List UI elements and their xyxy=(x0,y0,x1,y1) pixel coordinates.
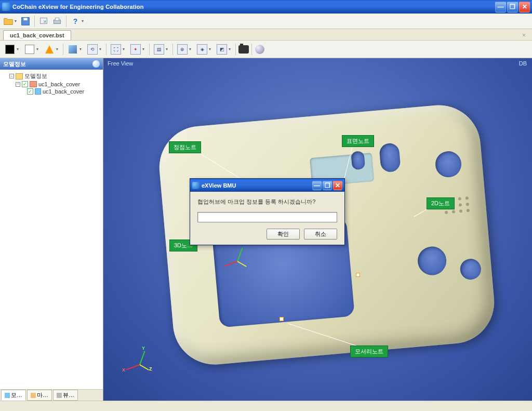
iso-dropdown[interactable]: ▾ xyxy=(207,47,212,51)
fit-dropdown[interactable]: ▾ xyxy=(121,47,126,51)
dialog-title: eXView BMU xyxy=(202,182,312,189)
checkbox-icon[interactable]: ✓ xyxy=(27,88,33,95)
svg-rect-1 xyxy=(23,18,27,20)
edge-marker-icon xyxy=(280,317,284,321)
checkbox-icon[interactable]: ✓ xyxy=(22,81,28,87)
view-cube-dropdown[interactable]: ▾ xyxy=(78,47,83,51)
bg-white-swatch[interactable] xyxy=(23,43,36,56)
sidebar-tab-view[interactable]: 뷰… xyxy=(53,390,78,401)
dialog-titlebar[interactable]: eXView BMU — ❐ ✕ xyxy=(190,179,344,192)
document-tab[interactable]: uc1_back_cover.bst xyxy=(3,30,71,40)
axes-button[interactable]: ✦ xyxy=(129,43,142,56)
annotation-vertex-note[interactable]: 정점노트 xyxy=(169,141,201,153)
tree-node-1-label: uc1_back_cover xyxy=(38,81,80,87)
help-dropdown[interactable]: ▾ xyxy=(80,19,85,23)
annotation-surface-note[interactable]: 표면노트 xyxy=(342,135,374,147)
dialog-cancel-button[interactable]: 취소 xyxy=(304,229,337,240)
tree-root[interactable]: − 모델정보 xyxy=(9,72,101,81)
model-axis-gizmo xyxy=(222,245,248,271)
dialog-message: 협업허브에 마크업 정보를 등록 하시겠습니까? xyxy=(197,198,337,206)
annotation-2d-note[interactable]: 2D노트 xyxy=(427,197,455,209)
folder-icon xyxy=(16,73,23,79)
sidebar-tab-markup[interactable]: 마… xyxy=(27,390,52,401)
model-tree[interactable]: − 모델정보 − ✓ uc1_back_cover ✓ uc1_back_cov… xyxy=(0,70,103,389)
axis-y-label: Y xyxy=(142,346,145,351)
render-style-button[interactable] xyxy=(43,43,56,56)
bg-dropdown[interactable]: ▾ xyxy=(15,47,20,51)
collapse-icon[interactable]: − xyxy=(9,74,14,78)
axis-x-label: X xyxy=(122,367,125,373)
world-axis-gizmo: X Y Z xyxy=(124,349,155,380)
measure-dropdown[interactable]: ▾ xyxy=(188,47,193,51)
annotation-edge-note[interactable]: 모서리노트 xyxy=(350,346,388,357)
dialog-text-input[interactable] xyxy=(197,212,337,222)
tree-node-1[interactable]: − ✓ uc1_back_cover xyxy=(16,81,101,88)
export-button[interactable] xyxy=(37,15,50,28)
dialog-maximize-button[interactable]: ❐ xyxy=(323,181,332,190)
plan-dropdown[interactable]: ▾ xyxy=(227,47,232,51)
axis-z-label: Z xyxy=(149,366,152,372)
viewport-db-label: DB xyxy=(519,60,527,67)
open-dropdown[interactable]: ▾ xyxy=(13,19,18,23)
sidebar: 모델정보 − 모델정보 − ✓ uc1_back_cover xyxy=(0,58,103,401)
titlebar: CoChain eXview for Engineering Collabora… xyxy=(0,0,532,14)
app-title: CoChain eXview for Engineering Collabora… xyxy=(12,4,495,10)
section-dropdown[interactable]: ▾ xyxy=(164,47,169,51)
measure-button[interactable]: ⊕ xyxy=(176,43,189,56)
part-icon xyxy=(35,88,41,95)
tree-root-label: 모델정보 xyxy=(24,72,47,80)
surface-marker-icon xyxy=(356,273,360,277)
fit-button[interactable]: ⛶ xyxy=(110,43,122,56)
sidebar-tab-model[interactable]: 모… xyxy=(1,390,26,401)
view-toolbar: ▾ ▾ ▾ ▾ ⟲ ▾ ⛶ ▾ ✦ ▾ ▤ ▾ ⊕ ▾ ◈ ▾ ◩ ▾ xyxy=(0,41,532,58)
minimize-button[interactable]: — xyxy=(495,2,506,12)
close-button[interactable]: ✕ xyxy=(519,2,530,12)
section-button[interactable]: ▤ xyxy=(153,43,165,56)
view-cube-button[interactable] xyxy=(66,43,79,56)
svg-rect-4 xyxy=(55,18,59,20)
sidebar-panel-title: 모델정보 xyxy=(3,60,26,68)
orbit-dropdown[interactable]: ▾ xyxy=(98,47,103,51)
sidebar-bottom-tabs: 모… 마… 뷰… xyxy=(0,389,103,401)
render-dropdown[interactable]: ▾ xyxy=(55,47,60,51)
snapshot-button[interactable] xyxy=(237,43,250,56)
sidebar-panel-header: 모델정보 xyxy=(0,58,103,70)
tab-close-button[interactable]: × xyxy=(519,31,529,40)
app-icon xyxy=(2,3,10,11)
pin-icon[interactable] xyxy=(92,60,100,68)
bg-black-swatch[interactable] xyxy=(4,43,16,56)
isometric-button[interactable]: ◈ xyxy=(196,43,208,56)
axes-dropdown[interactable]: ▾ xyxy=(141,47,146,51)
bg2-dropdown[interactable]: ▾ xyxy=(35,47,40,51)
globe-button[interactable] xyxy=(254,43,266,56)
resize-grip xyxy=(0,401,532,409)
save-button[interactable] xyxy=(19,15,32,28)
maximize-button[interactable]: ❐ xyxy=(507,2,518,12)
dialog-minimize-button[interactable]: — xyxy=(312,181,322,190)
tree-node-2-label: uc1_back_cover xyxy=(43,88,84,95)
dialog-close-button[interactable]: ✕ xyxy=(333,181,342,190)
document-tabstrip: uc1_back_cover.bst × xyxy=(0,29,532,41)
orbit-button[interactable]: ⟲ xyxy=(86,43,99,56)
markup-register-dialog: eXView BMU — ❐ ✕ 협업허브에 마크업 정보를 등록 하시겠습니까… xyxy=(190,178,345,245)
collapse-icon[interactable]: − xyxy=(16,82,20,87)
dialog-icon xyxy=(192,182,200,189)
dialog-ok-button[interactable]: 확인 xyxy=(267,229,300,240)
svg-rect-2 xyxy=(41,18,47,23)
primary-toolbar: ▾ ? ▾ xyxy=(0,14,532,29)
assembly-icon xyxy=(30,81,37,87)
print-button[interactable] xyxy=(51,15,63,28)
viewport-mode-label: Free View xyxy=(108,60,133,67)
plan-button[interactable]: ◩ xyxy=(216,43,228,56)
tree-node-2[interactable]: ✓ uc1_back_cover xyxy=(27,88,101,95)
